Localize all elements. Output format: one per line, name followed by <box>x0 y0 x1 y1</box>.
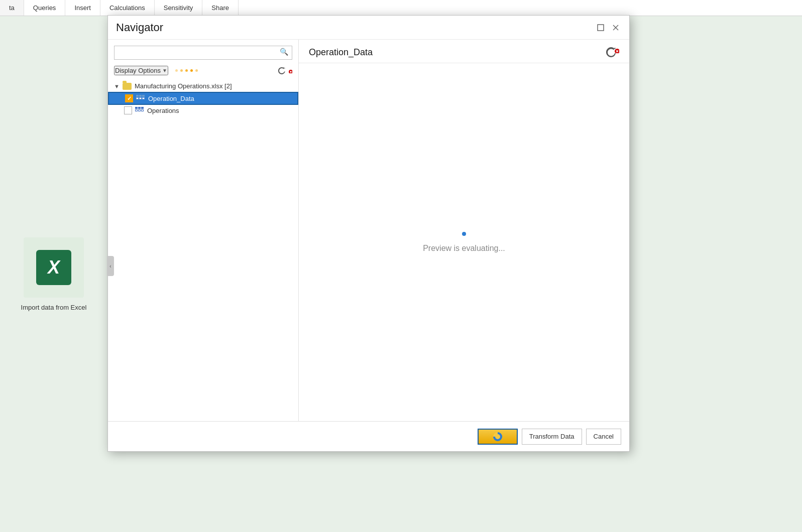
load-button[interactable] <box>478 429 518 445</box>
navigator-dialog: Navigator 🔍 <box>107 15 630 452</box>
operation-data-label: Operation_Data <box>148 95 194 102</box>
tree-area[interactable]: ▼ Manufacturing Operations.xlsx [2] ✓ <box>108 78 298 421</box>
display-options-button[interactable]: Display Options ▼ <box>114 66 168 75</box>
dialog-title-controls <box>595 22 621 33</box>
refresh-error-icon <box>287 68 292 73</box>
dialog-titlebar: Navigator <box>108 16 629 40</box>
loading-dot-4 <box>190 69 193 72</box>
preview-body: Preview is evaluating... <box>299 63 629 421</box>
cancel-button[interactable]: Cancel <box>586 429 621 445</box>
excel-icon: X <box>36 250 71 285</box>
excel-x-letter: X <box>48 257 60 278</box>
ribbon-tab-calculations[interactable]: Calculations <box>100 0 155 16</box>
refresh-icon <box>277 66 286 75</box>
load-spinner <box>493 432 502 441</box>
checkbox-operation-data[interactable]: ✓ <box>125 94 133 102</box>
import-label: Import data from Excel <box>21 304 87 311</box>
excel-icon-wrap: X <box>24 237 84 298</box>
loading-dot-1 <box>175 69 178 72</box>
preview-refresh-error-icon <box>613 47 619 53</box>
preview-title: Operation_Data <box>309 47 373 58</box>
tree-file-item[interactable]: ▼ Manufacturing Operations.xlsx [2] <box>108 80 298 92</box>
ribbon-tab-sensitivity[interactable]: Sensitivity <box>155 0 203 16</box>
left-panel: X Import data from Excel <box>0 16 107 532</box>
chevron-down-icon: ▼ <box>162 68 167 73</box>
checkbox-operations[interactable] <box>124 106 132 114</box>
collapse-arrow[interactable]: ‹ <box>107 256 114 276</box>
operations-label: Operations <box>147 107 179 114</box>
transform-data-button[interactable]: Transform Data <box>522 429 582 445</box>
dialog-body: 🔍 Display Options ▼ <box>108 40 629 421</box>
dialog-footer: Transform Data Cancel <box>108 421 629 451</box>
tree-item-operations[interactable]: Operations <box>108 105 298 116</box>
table-icon-operations <box>135 107 144 114</box>
search-input[interactable] <box>114 46 292 60</box>
preview-icon-area <box>605 47 619 58</box>
tree-item-operation-data[interactable]: ✓ Operation_Dat <box>108 92 298 105</box>
search-wrap: 🔍 <box>108 40 298 64</box>
chevron-left-icon: ‹ <box>109 263 111 269</box>
display-options-row: Display Options ▼ <box>108 64 298 78</box>
loading-dots <box>175 69 198 72</box>
ribbon-tab-data[interactable]: ta <box>0 0 24 16</box>
table-icon-operation-data <box>136 95 145 102</box>
checkmark-icon: ✓ <box>127 95 132 102</box>
ribbon-tab-share[interactable]: Share <box>202 0 239 16</box>
maximize-button[interactable] <box>595 22 606 33</box>
preview-header: Operation_Data <box>299 40 629 63</box>
close-button[interactable] <box>610 22 621 33</box>
preview-evaluating-text: Preview is evaluating... <box>423 244 505 253</box>
svg-rect-0 <box>598 25 604 31</box>
loading-dot-2 <box>180 69 183 72</box>
dialog-left-panel: 🔍 Display Options ▼ <box>108 40 299 421</box>
dialog-right-panel: Operation_Data Preview is evaluating... <box>299 40 629 421</box>
ribbon-tab-queries[interactable]: Queries <box>24 0 66 16</box>
loading-indicator-dot <box>462 232 466 236</box>
ribbon-bar: ta Queries Insert Calculations Sensitivi… <box>0 0 802 16</box>
folder-icon <box>123 83 132 90</box>
search-icon: 🔍 <box>280 48 288 56</box>
file-name: Manufacturing Operations.xlsx [2] <box>135 82 232 90</box>
refresh-button[interactable] <box>277 66 292 75</box>
expand-icon: ▼ <box>114 83 120 89</box>
loading-dot-3 <box>185 69 188 72</box>
ribbon-tab-insert[interactable]: Insert <box>65 0 100 16</box>
dialog-title: Navigator <box>116 21 163 34</box>
loading-dot-5 <box>195 69 198 72</box>
